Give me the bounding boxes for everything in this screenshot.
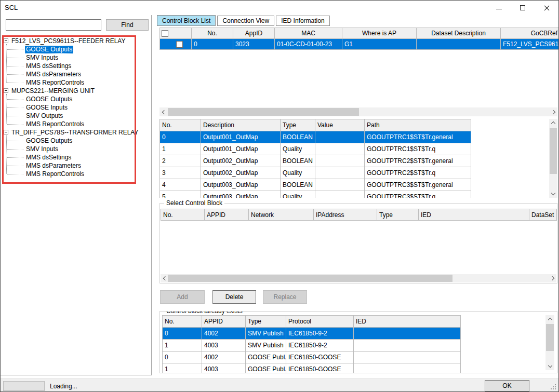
tree-item-mms-dssettings[interactable]: MMS dsSettings: [2, 153, 150, 161]
close-button[interactable]: [535, 1, 558, 15]
tree-node-tr-diff-pcs78s-transformer-relay[interactable]: TR_DIFF_PCS78S--TRANSFORMER RELAY: [2, 128, 150, 137]
scrollbar-thumb[interactable]: [168, 108, 359, 116]
column-header[interactable]: Type: [377, 209, 419, 221]
tab-connection-view[interactable]: Connection View: [217, 16, 274, 26]
tree-node-mupcs221-merging-unit[interactable]: MUPCS221--MERGING UNIT: [2, 87, 150, 95]
column-header[interactable]: APPID: [205, 209, 249, 221]
tree-item-smv-inputs[interactable]: SMV Inputs: [2, 145, 150, 153]
tree-collapse-icon[interactable]: [4, 38, 8, 43]
column-header[interactable]: IED: [419, 209, 529, 221]
table-row[interactable]: 04002GOOSE Publ...IEC61850-GOOSE: [163, 352, 461, 363]
column-header[interactable]: DataSet: [529, 209, 557, 221]
table-cell: 4: [160, 179, 201, 191]
scrollbar-thumb[interactable]: [546, 324, 554, 351]
resize-grip[interactable]: [555, 384, 556, 385]
column-header[interactable]: Type: [246, 316, 286, 328]
column-header[interactable]: Network: [249, 209, 314, 221]
tree-item-mms-dsparameters[interactable]: MMS dsParameters: [2, 161, 150, 170]
minimize-button[interactable]: [487, 1, 511, 15]
scroll-right-arrow[interactable]: [549, 274, 556, 282]
tree-item-smv-outputs[interactable]: SMV Outputs: [2, 112, 150, 120]
column-header[interactable]: Protocol: [286, 316, 354, 328]
scroll-right-arrow[interactable]: [550, 107, 557, 116]
select-all-checkbox-cell: [160, 28, 192, 39]
tree-collapse-icon[interactable]: [4, 88, 8, 93]
scroll-left-arrow[interactable]: [161, 274, 168, 282]
column-header[interactable]: No.: [160, 119, 201, 131]
column-header[interactable]: IPAddress: [314, 209, 377, 221]
table-row[interactable]: 4Output003_OutMapBOOLEANGOOUTPTRC3$ST$Tr…: [160, 179, 471, 191]
table-row[interactable]: 14003SMV PublishIEC61850-9-2: [163, 340, 461, 352]
scroll-up-arrow[interactable]: [545, 315, 554, 323]
tree-item-goose-outputs[interactable]: GOOSE Outputs: [2, 45, 150, 53]
tree-collapse-icon[interactable]: [4, 130, 8, 134]
table-row[interactable]: 3Output002_OutMapQualityGOOUTPTRC2$ST$Tr…: [160, 167, 471, 179]
column-header[interactable]: AppID: [233, 28, 275, 39]
tree-item-goose-inputs[interactable]: GOOSE Inputs: [2, 103, 150, 112]
delete-button[interactable]: Delete: [212, 290, 256, 304]
scroll-up-arrow[interactable]: [549, 119, 557, 127]
column-header[interactable]: No.: [192, 28, 233, 39]
find-button[interactable]: Find: [106, 19, 149, 31]
search-input[interactable]: [6, 19, 101, 31]
scrollbar-thumb[interactable]: [550, 128, 557, 174]
table-cell: BOOLEAN: [281, 131, 315, 143]
tree-item-mms-reportcontrols[interactable]: MMS ReportControls: [2, 170, 150, 178]
tree-item-mms-dsparameters[interactable]: MMS dsParameters: [2, 70, 150, 78]
column-header[interactable]: No.: [161, 209, 205, 221]
scroll-down-arrow[interactable]: [545, 362, 554, 370]
add-button[interactable]: Add: [160, 290, 205, 304]
ied-tree-panel: Find F512_LVS_PCS9611S--FEEDER RELAYGOOS…: [1, 15, 152, 375]
tree-item-mms-reportcontrols[interactable]: MMS ReportControls: [2, 120, 150, 128]
tab-control-block-list[interactable]: Control Block List: [157, 15, 216, 26]
scroll-down-arrow[interactable]: [549, 190, 557, 198]
scrollbar-thumb[interactable]: [168, 275, 452, 282]
table-row[interactable]: 04002SMV PublishIEC61850-9-2: [163, 328, 461, 340]
row-checkbox[interactable]: [176, 41, 183, 48]
replace-button[interactable]: Replace: [263, 290, 307, 304]
column-header[interactable]: MAC: [275, 28, 342, 39]
column-header[interactable]: GoCBRef: [501, 28, 559, 39]
tree-item-label: GOOSE Outputs: [25, 137, 73, 145]
scroll-left-arrow[interactable]: [159, 107, 167, 116]
table-cell: [354, 363, 461, 374]
vertical-scrollbar-existing[interactable]: [545, 315, 554, 370]
table-header-row: No.APPIDNetworkIPAddressTypeIEDDataSet: [161, 209, 557, 221]
table-row[interactable]: 2Output002_OutMapBOOLEANGOOUTPTRC2$ST$Tr…: [160, 155, 471, 167]
table-cell: BOOLEAN: [281, 179, 315, 191]
tree-node-f512-lvs-pcs9611s-feeder-relay[interactable]: F512_LVS_PCS9611S--FEEDER RELAY: [2, 37, 150, 45]
status-progress-box: [3, 381, 45, 391]
column-header[interactable]: Where is AP: [342, 28, 417, 39]
column-header[interactable]: IED: [354, 316, 461, 328]
table-row[interactable]: 5Output003_OutMapQualityGOOUTPTRC3$ST$Tr…: [160, 191, 471, 198]
tree-item-mms-dssettings[interactable]: MMS dsSettings: [2, 62, 150, 70]
tree-item-goose-outputs[interactable]: GOOSE Outputs: [2, 95, 150, 103]
vertical-scrollbar-dataset[interactable]: [549, 119, 557, 198]
table-row[interactable]: 1Output001_OutMapQualityGOOUTPTRC1$ST$Tr…: [160, 143, 471, 155]
table-cell: IEC61850-9-2: [286, 328, 354, 340]
column-header[interactable]: No.: [163, 316, 202, 328]
title-bar: SCL: [1, 1, 558, 15]
table-cell: IEC61850-9-2: [286, 340, 354, 352]
select-all-checkbox[interactable]: [162, 30, 168, 37]
control-block-grid: No.AppIDMACWhere is APDataset Descriptio…: [159, 28, 559, 50]
table-row[interactable]: 0Output001_OutMapBOOLEANGOOUTPTRC1$ST$Tr…: [160, 131, 471, 143]
tree-item-smv-inputs[interactable]: SMV Inputs: [2, 53, 150, 62]
table-row[interactable]: 0302301-0C-CD-01-00-23G1F512_LVS_PCS9611…: [160, 39, 559, 50]
table-row[interactable]: 14003GOOSE Publ...IEC61850-GOOSE: [163, 363, 461, 374]
tree-item-goose-outputs[interactable]: GOOSE Outputs: [2, 137, 150, 145]
horizontal-scrollbar-top[interactable]: [159, 107, 557, 116]
column-header[interactable]: Path: [365, 119, 471, 131]
table-cell: 4003: [202, 363, 246, 374]
tab-ied-information[interactable]: IED Information: [276, 16, 329, 26]
column-header[interactable]: Description: [201, 119, 281, 131]
column-header[interactable]: APPID: [202, 316, 246, 328]
maximize-button[interactable]: [511, 1, 535, 15]
horizontal-scrollbar-select[interactable]: [161, 274, 556, 282]
tree-item-mms-reportcontrols[interactable]: MMS ReportControls: [2, 78, 150, 87]
column-header[interactable]: Type: [281, 119, 315, 131]
close-icon: [543, 5, 550, 11]
ok-button[interactable]: OK: [485, 380, 529, 391]
column-header[interactable]: Value: [315, 119, 365, 131]
column-header[interactable]: Dataset Description: [417, 28, 501, 39]
